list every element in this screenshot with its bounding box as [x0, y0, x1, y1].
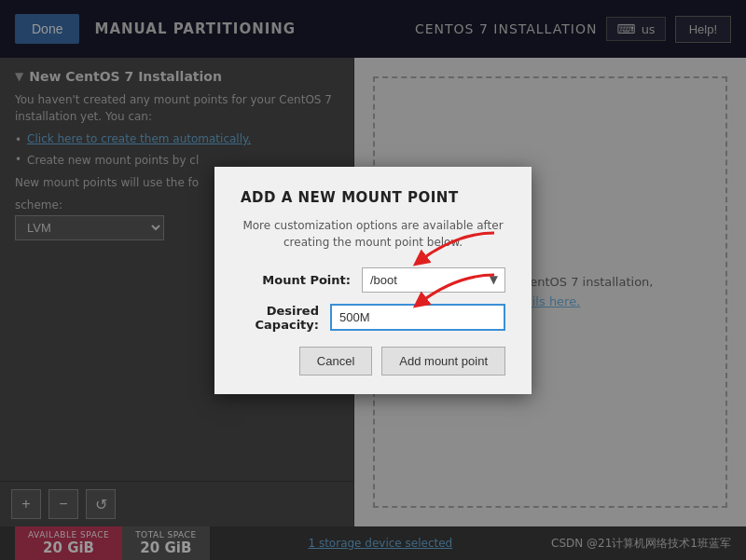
- dialog-title: ADD A NEW MOUNT POINT: [241, 189, 505, 206]
- add-mount-point-button[interactable]: Add mount point: [381, 347, 505, 376]
- mount-point-row: Mount Point: /boot / /home /swap /tmp /v…: [241, 267, 505, 293]
- mount-point-select-wrapper: /boot / /home /swap /tmp /var ▼: [362, 267, 505, 293]
- desired-capacity-row: Desired Capacity:: [241, 304, 505, 332]
- dialog-overlay: ADD A NEW MOUNT POINT More customization…: [0, 0, 746, 560]
- cancel-button[interactable]: Cancel: [299, 347, 372, 376]
- mount-point-label: Mount Point:: [241, 273, 362, 287]
- desired-capacity-label: Desired Capacity:: [241, 304, 330, 332]
- desired-capacity-input[interactable]: [330, 304, 505, 331]
- mount-point-select[interactable]: /boot / /home /swap /tmp /var: [362, 267, 505, 293]
- add-mount-dialog: ADD A NEW MOUNT POINT More customization…: [214, 167, 532, 394]
- dialog-buttons: Cancel Add mount point: [241, 347, 505, 376]
- dialog-description: More customization options are available…: [241, 217, 505, 251]
